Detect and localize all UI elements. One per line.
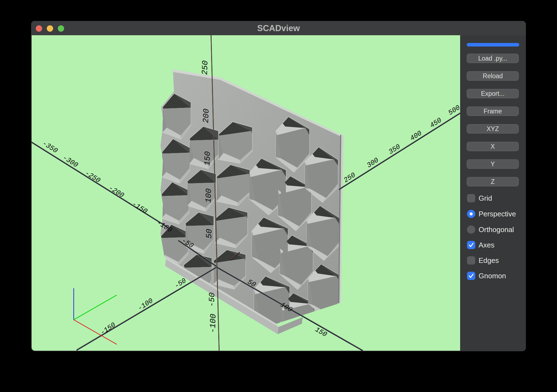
svg-text:50: 50 — [204, 229, 214, 239]
svg-text:-50: -50 — [207, 292, 217, 307]
svg-text:250: 250 — [200, 60, 210, 75]
svg-text:200: 200 — [201, 108, 211, 123]
svg-text:-100: -100 — [208, 314, 218, 333]
svg-text:100: 100 — [204, 188, 214, 203]
svg-text:150: 150 — [203, 151, 212, 166]
